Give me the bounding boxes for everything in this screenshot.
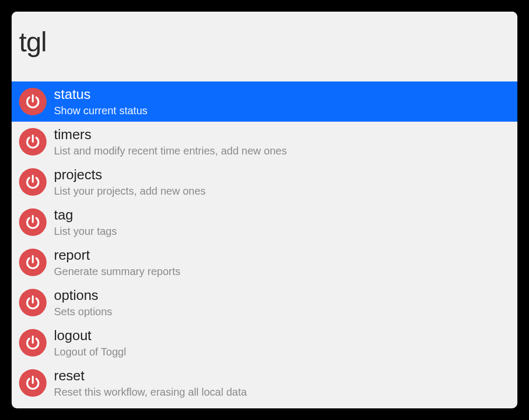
result-text: timersList and modify recent time entrie… [54,126,287,157]
result-item-report[interactable]: reportGenerate summary reports [12,242,517,282]
result-title: tag [54,207,117,223]
result-title: timers [54,126,287,143]
search-bar [12,12,517,69]
result-subtitle: List your projects, add new ones [54,185,206,197]
result-text: statusShow current status [54,86,148,116]
result-title: logout [54,327,126,344]
power-icon [19,208,47,236]
result-title: status [54,86,148,103]
result-title: projects [54,167,206,183]
result-text: resetReset this workflow, erasing all lo… [54,368,247,398]
result-text: logoutLogout of Toggl [54,327,126,358]
result-subtitle: Generate summary reports [54,265,180,278]
result-title: options [54,287,112,304]
result-item-timers[interactable]: timersList and modify recent time entrie… [12,122,517,162]
power-icon [19,128,47,156]
result-subtitle: Show current status [54,104,148,117]
power-icon [19,168,47,196]
search-input[interactable] [19,26,510,58]
results-list: statusShow current status timersList and… [12,69,517,408]
result-subtitle: Sets options [54,305,112,318]
result-item-logout[interactable]: logoutLogout of Toggl [12,323,517,363]
result-text: optionsSets options [54,287,112,317]
result-item-options[interactable]: optionsSets options [12,282,517,323]
result-subtitle: List your tags [54,225,117,238]
power-icon [19,249,47,276]
result-subtitle: Reset this workflow, erasing all local d… [54,386,247,398]
power-icon [19,88,47,115]
result-subtitle: List and modify recent time entries, add… [54,144,287,157]
power-icon [19,329,47,357]
power-icon [19,369,47,397]
result-item-projects[interactable]: projectsList your projects, add new ones [12,162,517,202]
result-item-reset[interactable]: resetReset this workflow, erasing all lo… [12,363,517,403]
result-text: projectsList your projects, add new ones [54,167,206,197]
result-item-status[interactable]: statusShow current status [12,81,517,122]
result-subtitle: Logout of Toggl [54,345,126,358]
result-text: tagList your tags [54,207,117,237]
result-title: reset [54,368,247,384]
result-title: report [54,247,180,263]
result-item-tag[interactable]: tagList your tags [12,202,517,242]
result-text: reportGenerate summary reports [54,247,180,277]
launcher-panel: statusShow current status timersList and… [12,12,517,408]
power-icon [19,289,47,316]
